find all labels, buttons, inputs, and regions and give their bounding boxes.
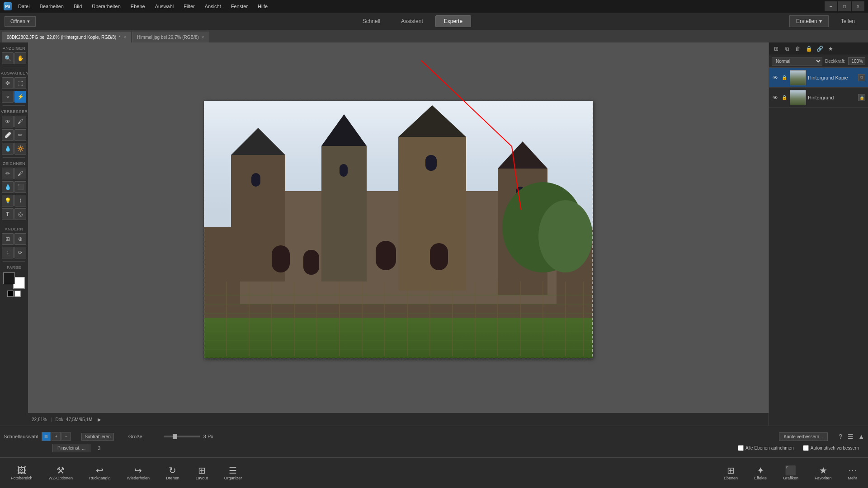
menu-fenster[interactable]: Fenster	[227, 2, 251, 10]
sel-mode-new[interactable]: ⊞	[42, 432, 51, 441]
layer-lock-1[interactable]: 🔒	[781, 94, 788, 101]
menu-filter[interactable]: Filter	[180, 2, 198, 10]
share-button[interactable]: Teilen	[832, 15, 863, 27]
sel-mode-add[interactable]: +	[52, 432, 61, 441]
blur-tool[interactable]: 💧	[2, 143, 14, 155]
nav-wz-optionen[interactable]: ⚒ WZ-Optionen	[42, 463, 80, 483]
layers-header: ⊞ ⧉ 🗑 🔒 🔗 ★	[769, 42, 868, 55]
nav-ebenen[interactable]: ⊞ Ebenen	[717, 463, 745, 483]
canvas-wrapper	[42, 56, 755, 403]
layer-visibility-0[interactable]: 👁	[772, 74, 779, 81]
nav-wiederholen[interactable]: ↪ Wiederholen	[120, 463, 157, 483]
foreground-color-swatch[interactable]	[3, 272, 15, 284]
open-button[interactable]: Öffnen ▾	[5, 16, 36, 27]
menu-ueberarbeiten[interactable]: Überarbeiten	[88, 2, 124, 10]
nav-organizer[interactable]: ☰ Organizer	[217, 463, 250, 483]
organizer-icon: ☰	[229, 466, 237, 475]
text-tool[interactable]: T	[2, 208, 14, 220]
layer-row-1[interactable]: 👁 🔒 Hintergrund 🔒	[769, 88, 868, 108]
layers-link-button[interactable]: 🔗	[815, 44, 824, 53]
menu-ansicht[interactable]: Ansicht	[201, 2, 225, 10]
fill-tool[interactable]: 💧	[2, 181, 14, 193]
brush-tool[interactable]: 🖌	[14, 168, 26, 179]
tab-1[interactable]: Himmel.jpg bei 26,7% (RGB/8) ×	[132, 32, 209, 42]
menu-hilfe[interactable]: Hilfe	[254, 2, 271, 10]
maximize-button[interactable]: □	[838, 1, 851, 11]
shape-tool[interactable]: ◎	[14, 208, 26, 220]
eyedropper-tool[interactable]: 👁	[2, 116, 14, 127]
brush-settings-button[interactable]: Pinseleinst. ...	[52, 444, 90, 452]
gradient-tool[interactable]: ⬛	[14, 181, 26, 193]
hand-tool[interactable]: ✋	[14, 52, 26, 64]
transform-tool[interactable]: ↕	[2, 247, 14, 258]
refine-edge-button[interactable]: Kante verbessern...	[779, 432, 828, 441]
wiederholen-label: Wiederholen	[127, 476, 150, 480]
sel-mode-subtract[interactable]: −	[61, 432, 71, 441]
nav-fotobereich[interactable]: 🖼 Fotobereich	[4, 463, 40, 483]
tab-0[interactable]: 08DK2802.JPG bei 22,8% (Hintergrund Kopi…	[2, 32, 131, 42]
white-swatch[interactable]	[14, 291, 21, 297]
canvas-image[interactable]	[204, 101, 593, 358]
mode-schnell[interactable]: Schnell	[354, 15, 389, 27]
straighten-tool[interactable]: ⊕	[14, 233, 26, 245]
layer-row-0[interactable]: 👁 🔒 Hintergrund Kopie ⧉	[769, 68, 868, 88]
smudge-tool[interactable]: ⌇	[14, 195, 26, 206]
nav-favoriten[interactable]: ★ Favoriten	[807, 463, 839, 483]
layers-new-button[interactable]: ⊞	[772, 44, 781, 53]
heal-tool[interactable]: 🩹	[2, 129, 14, 141]
pencil-tool[interactable]: ✏	[2, 168, 14, 179]
nav-rueckgaengig[interactable]: ↩ Rückgängig	[82, 463, 118, 483]
all-layers-checkbox[interactable]	[738, 445, 744, 451]
minimize-button[interactable]: −	[825, 1, 837, 11]
layers-duplicate-button[interactable]: ⧉	[783, 44, 792, 53]
nav-drehen[interactable]: ↻ Drehen	[159, 463, 187, 483]
close-button[interactable]: ×	[852, 1, 864, 11]
blend-mode-select[interactable]: Normal	[772, 57, 822, 66]
clone-tool[interactable]: ✏	[14, 129, 26, 141]
color-swatches[interactable]	[3, 272, 25, 289]
nav-mehr[interactable]: ⋯ Mehr	[840, 463, 864, 483]
menu-bearbeiten[interactable]: Bearbeiten	[36, 2, 67, 10]
layers-fx-button[interactable]: ★	[826, 44, 835, 53]
tab-close-1[interactable]: ×	[202, 35, 204, 40]
menu-bild[interactable]: Bild	[70, 2, 85, 10]
zoom-tool[interactable]: 🔍	[2, 52, 14, 64]
eraser-tool[interactable]: 💡	[2, 195, 14, 206]
create-button[interactable]: Erstellen ▾	[789, 15, 829, 27]
menu-ebene[interactable]: Ebene	[127, 2, 149, 10]
dodge-tool[interactable]: 🔆	[14, 143, 26, 155]
layers-lock-button[interactable]: 🔒	[804, 44, 813, 53]
lasso-tool[interactable]: ⌖	[2, 91, 14, 103]
menu-datei[interactable]: Datei	[14, 2, 33, 10]
expand-icon[interactable]: ▲	[858, 433, 864, 440]
black-swatch[interactable]	[7, 291, 14, 297]
magic-wand-tool[interactable]: ⚡	[14, 91, 26, 103]
ebenen-icon: ⊞	[727, 466, 735, 475]
mode-experte[interactable]: Experte	[435, 15, 471, 27]
move-tool[interactable]: ✜	[2, 77, 14, 89]
marquee-tool[interactable]: ⬚	[14, 77, 26, 89]
options-icon[interactable]: ☰	[848, 433, 854, 440]
menu-auswahl[interactable]: Auswahl	[151, 2, 178, 10]
brush-enhance-tool[interactable]: 🖌	[14, 116, 26, 127]
brush-number: 3	[98, 446, 100, 451]
layers-delete-button[interactable]: 🗑	[793, 44, 802, 53]
mode-assistent[interactable]: Assistent	[392, 15, 432, 27]
nav-effekte[interactable]: ✦ Effekte	[747, 463, 774, 483]
anzeigen-tools: 🔍 ✋	[0, 52, 28, 65]
layer-lock-0[interactable]: 🔒	[781, 74, 788, 81]
size-slider-thumb	[173, 434, 177, 439]
subtract-button[interactable]: Subtrahieren	[81, 433, 113, 441]
auto-enhance-checkbox[interactable]	[803, 445, 809, 451]
crop-tool[interactable]: ⊞	[2, 233, 14, 245]
tab-close-0[interactable]: ×	[123, 35, 126, 40]
canvas-area[interactable]: 22,81% | Dok: 47,5M/95,1M ▶	[28, 42, 769, 426]
nav-arrow[interactable]: ▶	[98, 417, 101, 422]
layer-visibility-1[interactable]: 👁	[772, 94, 779, 101]
nav-layout[interactable]: ⊞ Layout	[189, 463, 215, 483]
opacity-input[interactable]	[848, 57, 865, 65]
help-icon[interactable]: ?	[839, 433, 842, 440]
size-slider[interactable]	[164, 436, 200, 437]
nav-grafiken[interactable]: ⬛ Grafiken	[776, 463, 806, 483]
rotate-tool[interactable]: ⟳	[14, 247, 26, 258]
